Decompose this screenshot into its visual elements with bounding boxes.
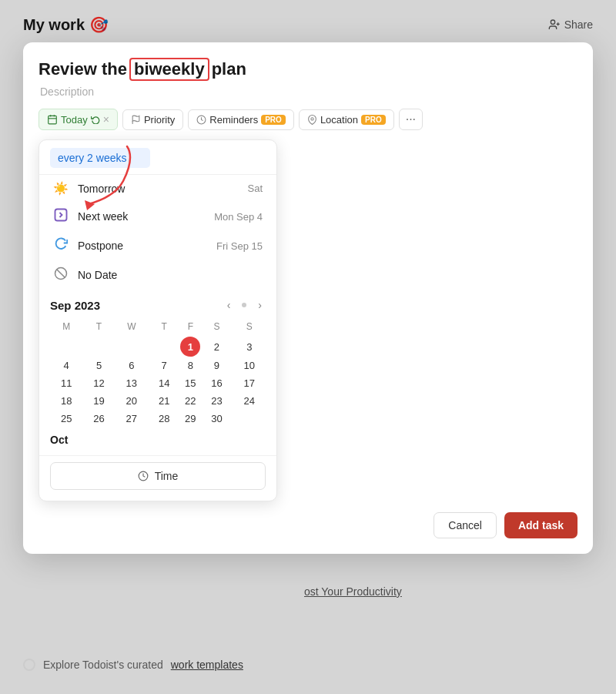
reminders-label: Reminders [209,114,258,126]
calendar-day[interactable]: 13 [116,374,148,392]
modal-title-row: Review the biweekly plan [38,58,578,81]
calendar-nav: ‹ › [223,297,266,313]
calendar-day[interactable]: 23 [200,392,233,410]
calendar-day[interactable]: 26 [82,410,115,427]
calendar-day[interactable]: 27 [116,410,148,427]
calendar-day[interactable]: 3 [233,337,266,357]
today-button[interactable]: Today × [38,109,118,130]
calendar-day[interactable]: 24 [233,392,266,410]
svg-rect-10 [55,210,67,221]
calendar-day[interactable]: 19 [82,392,115,410]
footer-text: Explore Todoist's curated [43,659,163,671]
reminders-button[interactable]: Reminders PRO [188,109,294,130]
reminders-pro-badge: PRO [261,115,286,125]
today-dot [242,303,246,307]
calendar-day[interactable]: 12 [82,374,115,392]
modal-card: Review the biweekly plan Description Tod… [23,42,593,554]
no-date-option[interactable]: No Date [42,260,273,290]
calendar-day[interactable]: 1 [180,337,200,357]
calendar-day[interactable]: 9 [200,357,233,374]
location-icon [307,115,317,125]
cancel-button[interactable]: Cancel [434,512,497,538]
calendar-day [233,410,266,427]
calendar-day[interactable]: 16 [200,374,233,392]
calendar-day[interactable]: 25 [50,410,82,427]
calendar-day[interactable]: 17 [233,374,266,392]
footer-task-circle[interactable] [23,659,35,671]
calendar-day[interactable]: 6 [116,357,148,374]
time-button[interactable]: Time [50,462,266,490]
tomorrow-label: Tomorrow [78,183,125,195]
alarm-icon [196,115,206,125]
refresh-icon [53,237,69,254]
no-date-icon [53,267,69,283]
calendar-day [116,337,148,357]
calendar-day [82,337,115,357]
today-close-icon[interactable]: × [103,113,109,126]
calendar-day[interactable]: 20 [116,392,148,410]
svg-rect-3 [49,116,57,124]
today-label: Today [61,114,88,126]
modal-title-highlight: biweekly [129,58,209,81]
recurrence-input[interactable] [50,148,150,168]
calendar-day[interactable]: 28 [148,410,180,427]
forward-icon [53,208,69,225]
calendar-day[interactable]: 8 [180,357,200,374]
calendar-day[interactable]: 10 [233,357,266,374]
clock-icon [138,471,149,481]
priority-button[interactable]: Priority [122,109,183,130]
calendar-day[interactable]: 29 [180,410,200,427]
calendar-day[interactable]: 21 [148,392,180,410]
tomorrow-date: Sat [247,183,263,194]
toolbar-row: Today × Priority Reminders PRO Location … [38,109,578,130]
calendar-divider [39,455,276,456]
calendar-grid: M T W T F S S 12345678910111213141516171… [50,319,266,427]
day-header-s2: S [233,319,266,337]
add-task-button[interactable]: Add task [504,512,578,538]
postpone-date: Fri Sep 15 [216,240,263,252]
calendar-day[interactable]: 2 [200,337,233,357]
next-month-button[interactable]: › [254,297,266,313]
day-header-m: M [50,319,82,337]
svg-line-12 [57,270,65,278]
calendar-day[interactable]: 5 [82,357,115,374]
modal-title-before: Review the [38,59,127,81]
next-month-label: Oct [39,427,276,449]
calendar-day[interactable]: 18 [50,392,82,410]
svg-point-9 [311,117,313,119]
sun-icon: ☀️ [53,181,69,196]
day-header-w: W [116,319,148,337]
recycle-icon [91,115,100,124]
calendar-day[interactable]: 11 [50,374,82,392]
calendar-day[interactable]: 22 [180,392,200,410]
prev-month-button[interactable]: ‹ [223,297,235,313]
calendar-day [50,337,82,357]
postpone-option[interactable]: Postpone Fri Sep 15 [42,231,273,260]
location-label: Location [320,114,358,126]
calendar-month: Sep 2023 [50,299,100,312]
calendar-day[interactable]: 15 [180,374,200,392]
footer-row: Explore Todoist's curated work templates [23,659,243,671]
calendar-day[interactable]: 7 [148,357,180,374]
no-date-label: No Date [78,269,117,281]
calendar-day [148,337,180,357]
calendar-day[interactable]: 4 [50,357,82,374]
description-placeholder[interactable]: Description [38,85,578,98]
flag-icon [131,115,141,125]
next-week-option[interactable]: Next week Mon Sep 4 [42,202,273,231]
calendar-day[interactable]: 14 [148,374,180,392]
calendar-day[interactable]: 30 [200,410,233,427]
location-button[interactable]: Location PRO [299,109,394,130]
modal-actions: Cancel Add task [38,512,578,538]
postpone-label: Postpone [78,240,123,252]
tomorrow-option[interactable]: ☀️ Tomorrow Sat [42,175,273,202]
calendar-icon [47,114,58,125]
day-header-t2: T [148,319,180,337]
footer-link[interactable]: work templates [171,659,243,671]
day-header-s1: S [200,319,233,337]
more-options-button[interactable]: ··· [399,109,423,130]
day-header-f: F [180,319,200,337]
calendar-header: Sep 2023 ‹ › [50,297,266,313]
day-header-t1: T [82,319,115,337]
time-label: Time [155,470,179,482]
